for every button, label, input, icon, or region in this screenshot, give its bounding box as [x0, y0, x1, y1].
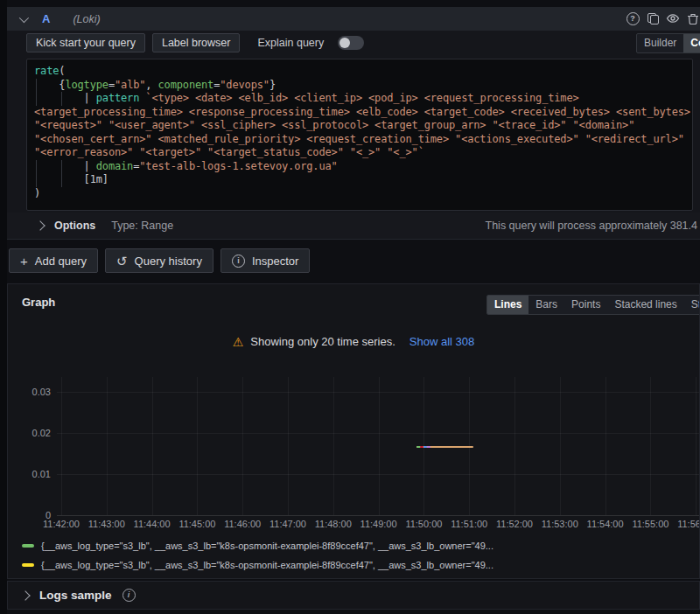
graph-panel: Graph Lines Bars Points Stacked lines St… — [7, 283, 700, 579]
grid-line-x — [379, 377, 380, 515]
tab-bars[interactable]: Bars — [528, 296, 564, 314]
duplicate-query-button[interactable] — [646, 11, 660, 25]
code-token: "<chosen_cert_arn>" <matched_rule_priori… — [34, 133, 684, 145]
grid-line-x — [650, 377, 651, 515]
query-stats-text: This query will process approximately 38… — [486, 220, 697, 232]
query-editor-row: A (Loki) ? Kic — [7, 7, 700, 240]
indent-guide — [36, 160, 37, 174]
code-token: <target_processing_time> <response_proce… — [34, 106, 690, 118]
collapse-chevron-down-icon[interactable] — [19, 12, 29, 22]
tab-stacked-lines[interactable]: Stacked lines — [607, 296, 683, 314]
code-token: "<request>" "<user_agent>" <ssl_cipher> … — [34, 119, 634, 131]
grid-line-x — [514, 377, 515, 515]
graph-legend: {__aws_log_type="s3_lb", __aws_s3_lb="k8… — [22, 536, 699, 578]
grid-line-x — [242, 377, 243, 515]
query-toolbar: Kick start your query Label browser Expl… — [7, 31, 700, 55]
datasource-label: (Loki) — [73, 13, 100, 25]
x-axis-label: 11:51:00 — [448, 519, 490, 529]
code-token: | — [34, 92, 96, 104]
code-line: rate( — [34, 65, 692, 79]
add-query-button[interactable]: + Add query — [9, 248, 98, 273]
code-area: rate( {logtype="alb", component="devops"… — [34, 65, 692, 200]
code-token: { — [34, 79, 65, 91]
code-token: component — [158, 79, 214, 91]
hide-query-button[interactable] — [666, 11, 680, 25]
x-axis-label: 11:53:00 — [539, 519, 581, 529]
x-axis-label: 11:54:00 — [584, 519, 626, 529]
legend-series-marker[interactable] — [22, 563, 34, 567]
code-line: "<chosen_cert_arn>" <matched_rule_priori… — [34, 133, 692, 147]
logs-sample-chevron-right-icon[interactable] — [20, 590, 30, 600]
code-token: pattern — [96, 92, 140, 104]
label-browser-button[interactable]: Label browser — [152, 33, 241, 52]
show-all-series-link[interactable]: Show all 308 — [410, 335, 474, 348]
add-query-label: Add query — [35, 255, 87, 268]
logs-sample-label: Logs sample — [39, 589, 112, 602]
explore-view: A (Loki) ? Kic — [7, 0, 700, 614]
grid-line-x — [288, 377, 289, 515]
tab-stacked-bars[interactable]: Stacked bars — [684, 296, 700, 314]
grid-line-x — [606, 377, 606, 515]
trash-icon — [687, 12, 699, 25]
indent-guide — [36, 79, 37, 93]
code-token: "<error_reason>" "<target>" "<target_sta… — [34, 146, 424, 158]
legend-series-marker[interactable] — [22, 544, 34, 548]
x-axis-label: 11:47:00 — [267, 519, 309, 529]
code-token: `<type> <date> <elb_id> <client_ip> <pod… — [145, 92, 578, 104]
options-type-summary: Type: Range — [111, 220, 173, 232]
info-circle-icon: i — [232, 255, 245, 268]
remove-query-button[interactable] — [686, 11, 700, 25]
code-line: "<error_reason>" "<target>" "<target_sta… — [34, 146, 692, 160]
legend-series-label[interactable]: {__aws_log_type="s3_lb", __aws_s3_lb="k8… — [41, 560, 494, 570]
x-axis-label: 11:42:00 — [40, 519, 82, 529]
help-button[interactable]: ? — [626, 11, 640, 25]
x-axis-label: 11:44:00 — [131, 519, 173, 529]
logql-code-editor[interactable]: rate( {logtype="alb", component="devops"… — [26, 59, 693, 211]
legend-row: {__aws_log_type="s3_lb", __aws_s3_lb="k8… — [22, 536, 699, 555]
eye-icon — [666, 11, 680, 25]
code-line: ) — [34, 187, 692, 201]
tab-points[interactable]: Points — [564, 296, 607, 314]
query-history-label: Query history — [135, 255, 202, 268]
indent-guide — [61, 173, 62, 187]
time-series-plot[interactable]: 0.030.020.01011:42:0011:43:0011:44:0011:… — [8, 374, 699, 532]
code-token: [1m] — [34, 173, 108, 185]
series-overlap-segment — [427, 446, 430, 448]
inspector-button[interactable]: i Inspector — [220, 248, 310, 273]
explain-query-toggle[interactable] — [338, 36, 364, 50]
graph-style-switch: Lines Bars Points Stacked lines Stacked … — [486, 295, 700, 315]
indent-guide — [61, 160, 62, 174]
logs-sample-section[interactable]: Logs sample i — [7, 581, 700, 610]
logs-sample-info-icon[interactable]: i — [122, 589, 136, 602]
code-token: "test-alb-logs-1.setevoy.org.ua" — [139, 160, 337, 172]
code-token: ( — [59, 65, 65, 77]
code-token: } — [270, 79, 276, 91]
x-axis-label: 11:55:00 — [629, 519, 671, 529]
x-axis-label: 11:52:00 — [494, 519, 536, 529]
page-left-gutter — [0, 0, 7, 614]
mode-builder[interactable]: Builder — [637, 34, 683, 52]
query-history-button[interactable]: ↺ Query history — [105, 248, 214, 273]
tab-lines[interactable]: Lines — [487, 296, 528, 314]
options-label: Options — [54, 220, 95, 232]
copy-icon — [648, 13, 659, 24]
code-token: = — [108, 79, 115, 91]
options-chevron-right-icon[interactable] — [35, 220, 45, 230]
indent-guide — [36, 173, 37, 187]
mode-code[interactable]: Code — [683, 34, 700, 52]
query-ref-id: A — [42, 12, 50, 25]
grid-line-x — [61, 377, 62, 515]
code-line: [1m] — [34, 173, 692, 187]
legend-series-label[interactable]: {__aws_log_type="s3_lb", __aws_s3_lb="k8… — [41, 541, 494, 551]
code-token: ) — [34, 187, 40, 199]
series-limit-warning: ⚠ Showing only 20 time series. Show all … — [8, 335, 699, 348]
explore-actions: + Add query ↺ Query history i Inspector — [9, 248, 700, 273]
legend-row: {__aws_log_type="s3_lb", __aws_s3_lb="k8… — [22, 555, 699, 575]
warning-triangle-icon: ⚠ — [233, 336, 244, 348]
query-options-row[interactable]: Options Type: Range This query will proc… — [7, 213, 700, 240]
indent-guide — [36, 92, 37, 106]
kick-start-query-button[interactable]: Kick start your query — [26, 33, 145, 52]
y-axis-label: 0.01 — [8, 469, 51, 479]
x-axis-label: 11:45:00 — [176, 519, 218, 529]
grid-line-x — [152, 377, 153, 515]
